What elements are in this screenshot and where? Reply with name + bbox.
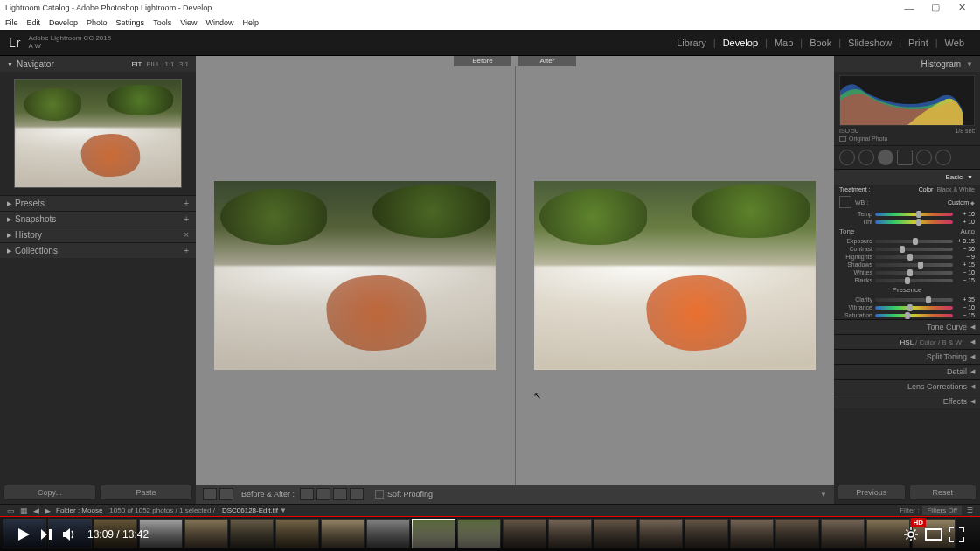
blacks-slider[interactable] xyxy=(875,279,953,282)
filmstrip-file[interactable]: DSC06128-Edit.tif xyxy=(222,506,278,514)
temp-slider[interactable] xyxy=(875,213,953,216)
video-progress-bar[interactable] xyxy=(0,516,980,517)
lens-corrections-panel[interactable]: Lens Corrections◀ xyxy=(834,379,980,394)
copy-button[interactable]: Copy... xyxy=(3,485,96,500)
navigator-preview[interactable] xyxy=(14,79,182,188)
tone-curve-panel[interactable]: Tone Curve◀ xyxy=(834,319,980,334)
zoom-fill[interactable]: FILL xyxy=(147,60,161,68)
module-library[interactable]: Library xyxy=(670,38,713,48)
theater-mode-button[interactable] xyxy=(922,523,945,546)
ba-layout-2[interactable] xyxy=(316,488,330,500)
reset-button[interactable]: Reset xyxy=(909,485,977,500)
exposure-slider[interactable] xyxy=(875,240,953,243)
second-monitor-icon[interactable]: ▭ xyxy=(7,506,15,515)
add-preset-icon[interactable]: + xyxy=(184,199,189,208)
menu-view[interactable]: View xyxy=(180,18,197,27)
zoom-1to1[interactable]: 1:1 xyxy=(165,60,175,68)
toolbar-dropdown[interactable]: ▼ xyxy=(820,491,827,499)
menu-window[interactable]: Window xyxy=(206,18,234,27)
filmstrip-count: 1050 of 1052 photos / 1 selected / xyxy=(109,506,215,514)
contrast-slider[interactable] xyxy=(875,248,953,251)
original-photo-checkbox[interactable] xyxy=(839,136,846,142)
spot-tool[interactable] xyxy=(858,150,874,165)
chevron-down-icon: ▼ xyxy=(966,60,973,68)
shadows-slider[interactable] xyxy=(875,263,953,267)
module-book[interactable]: Book xyxy=(803,38,838,48)
settings-button[interactable]: HD xyxy=(900,523,922,546)
add-snapshot-icon[interactable]: + xyxy=(184,214,189,224)
hd-badge: HD xyxy=(910,518,926,527)
clarity-slider[interactable] xyxy=(875,298,953,302)
detail-panel[interactable]: Detail◀ xyxy=(834,364,980,379)
grid-icon[interactable]: ▦ xyxy=(20,506,28,515)
menu-photo[interactable]: Photo xyxy=(87,18,108,27)
play-button[interactable] xyxy=(12,523,35,546)
crop-tool[interactable] xyxy=(839,150,855,165)
module-slideshow[interactable]: Slideshow xyxy=(841,38,899,48)
after-image[interactable] xyxy=(534,181,816,370)
histogram-graph[interactable] xyxy=(839,75,975,126)
navigator-panel-header[interactable]: ▼ Navigator FIT FILL 1:1 3:1 xyxy=(0,56,196,72)
menu-tools[interactable]: Tools xyxy=(153,18,171,27)
history-panel[interactable]: ▶History× xyxy=(0,227,196,242)
nav-fwd-icon[interactable]: ▶ xyxy=(45,506,51,515)
add-collection-icon[interactable]: + xyxy=(184,246,189,255)
tint-slider[interactable] xyxy=(875,220,953,224)
menu-develop[interactable]: Develop xyxy=(49,18,78,27)
grad-filter-tool[interactable] xyxy=(897,150,913,165)
menu-settings[interactable]: Settings xyxy=(116,18,145,27)
menu-help[interactable]: Help xyxy=(243,18,260,27)
module-develop[interactable]: Develop xyxy=(716,38,765,48)
compare-view-button[interactable] xyxy=(219,488,233,500)
presets-panel[interactable]: ▶Presets+ xyxy=(0,195,196,211)
radial-filter-tool[interactable] xyxy=(916,150,932,165)
zoom-fit[interactable]: FIT xyxy=(131,60,142,68)
effects-panel[interactable]: Effects◀ xyxy=(834,394,980,408)
ba-layout-4[interactable] xyxy=(350,488,364,500)
window-close[interactable]: ✕ xyxy=(949,2,975,13)
clear-history-icon[interactable]: × xyxy=(184,230,189,240)
volume-button[interactable] xyxy=(58,523,80,546)
next-button[interactable] xyxy=(35,523,58,546)
vibrance-slider[interactable] xyxy=(875,306,953,310)
svg-point-0 xyxy=(908,532,914,537)
filmstrip-folder[interactable]: Folder : Moose xyxy=(56,506,102,514)
window-maximize[interactable]: ▢ xyxy=(922,2,949,13)
basic-panel-header[interactable]: Basic▼ xyxy=(834,169,980,185)
snapshots-panel[interactable]: ▶Snapshots+ xyxy=(0,211,196,227)
module-print[interactable]: Print xyxy=(901,38,935,48)
before-image[interactable] xyxy=(214,181,496,370)
hsl-panel[interactable]: HSL / Color / B & W◀ xyxy=(834,334,980,349)
split-toning-panel[interactable]: Split Toning◀ xyxy=(834,349,980,364)
brush-tool[interactable] xyxy=(935,150,951,165)
redeye-tool[interactable] xyxy=(878,150,893,165)
previous-button[interactable]: Previous xyxy=(838,485,906,500)
filter-lock-icon[interactable]: ☰ xyxy=(967,506,973,514)
window-minimize[interactable]: — xyxy=(896,3,922,13)
wb-eyedropper-icon[interactable] xyxy=(839,196,851,208)
lightroom-logo: Lr xyxy=(9,36,21,50)
treatment-bw[interactable]: Black & White xyxy=(936,186,975,192)
whites-slider[interactable] xyxy=(875,271,953,275)
auto-tone-button[interactable]: Auto xyxy=(961,227,975,235)
filter-dropdown[interactable]: Filters Off xyxy=(922,506,962,515)
nav-back-icon[interactable]: ◀ xyxy=(33,506,39,515)
saturation-slider[interactable] xyxy=(875,314,953,317)
window-title: Lightroom Catalog - Adobe Photoshop Ligh… xyxy=(5,3,212,12)
module-map[interactable]: Map xyxy=(768,38,800,48)
zoom-ratio[interactable]: 3:1 xyxy=(179,60,189,68)
module-web[interactable]: Web xyxy=(938,38,971,48)
collections-panel[interactable]: ▶Collections+ xyxy=(0,242,196,258)
loupe-view-button[interactable] xyxy=(203,488,217,500)
menu-edit[interactable]: Edit xyxy=(27,18,41,27)
menu-file[interactable]: File xyxy=(5,18,18,27)
soft-proofing-checkbox[interactable] xyxy=(375,490,384,499)
histogram-panel-header[interactable]: Histogram ▼ xyxy=(834,56,980,72)
fullscreen-button[interactable] xyxy=(945,523,968,546)
paste-button[interactable]: Paste xyxy=(100,485,192,500)
treatment-color[interactable]: Color xyxy=(919,186,934,192)
wb-value[interactable]: Custom xyxy=(948,199,969,206)
highlights-slider[interactable] xyxy=(875,255,953,259)
ba-layout-3[interactable] xyxy=(333,488,347,500)
ba-layout-1[interactable] xyxy=(300,488,314,500)
